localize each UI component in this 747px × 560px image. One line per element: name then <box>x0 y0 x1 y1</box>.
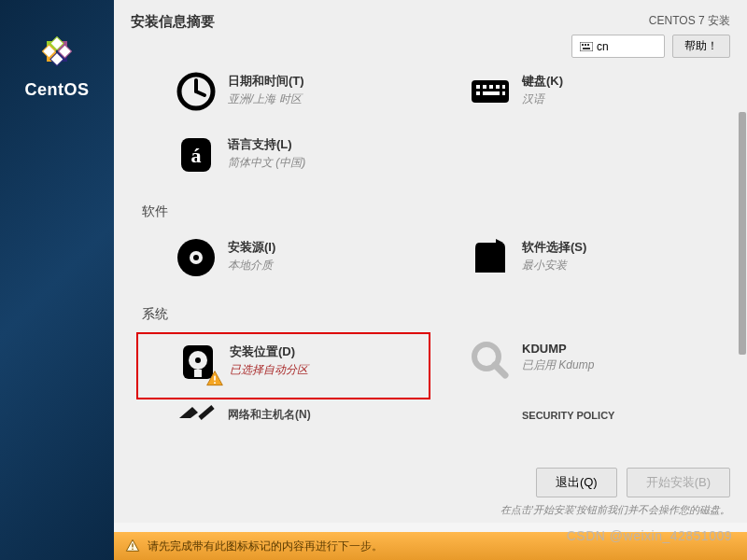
spoke-datetime[interactable]: 日期和时间(T) 亚洲/上海 时区 <box>136 63 430 127</box>
item-status: 已启用 Kdump <box>522 357 594 373</box>
spoke-language[interactable]: á 语言支持(L) 简体中文 (中国) <box>136 127 430 190</box>
disc-icon <box>174 235 218 280</box>
spoke-software-selection[interactable]: 软件选择(S) 最小安装 <box>430 230 725 293</box>
svg-text:á: á <box>191 144 202 167</box>
spoke-network-partial[interactable]: 网络和主机名(N) <box>136 399 430 423</box>
item-status: 汉语 <box>522 91 563 107</box>
warning-icon <box>125 539 140 553</box>
warning-badge-icon <box>205 370 224 388</box>
footer-hint: 在点击'开始安装'按钮前我们并不会操作您的磁盘。 <box>228 501 747 523</box>
footer: 退出(Q) 开始安装(B) 在点击'开始安装'按钮前我们并不会操作您的磁盘。 <box>228 458 747 523</box>
language-icon: á <box>174 133 218 177</box>
brand-text: CentOS <box>24 80 89 100</box>
spoke-keyboard[interactable]: 键盘(K) 汉语 <box>430 63 725 127</box>
item-title: 语言支持(L) <box>228 136 305 153</box>
begin-install-button[interactable]: 开始安装(B) <box>627 468 730 497</box>
disk-icon <box>176 340 220 385</box>
centos-logo-icon <box>34 28 80 75</box>
package-icon <box>468 235 513 280</box>
spoke-install-destination[interactable]: 安装位置(D) 已选择自动分区 <box>136 332 430 399</box>
svg-rect-21 <box>502 85 505 89</box>
svg-rect-9 <box>582 44 584 46</box>
keyboard-layout-label: cn <box>597 40 609 53</box>
content-area: 日期和时间(T) 亚洲/上海 时区 键盘(K) 汉语 á 语言支持(L) <box>114 63 747 465</box>
clock-icon <box>174 69 218 114</box>
svg-rect-33 <box>194 370 202 377</box>
kdump-icon <box>468 338 513 383</box>
svg-rect-8 <box>580 42 593 51</box>
sidebar: CentOS <box>0 0 114 560</box>
item-title: KDUMP <box>522 342 594 356</box>
item-title: 安装源(I) <box>228 239 275 256</box>
item-title: SECURITY POLICY <box>522 410 614 421</box>
svg-rect-34 <box>214 376 216 381</box>
header: 安装信息摘要 CENTOS 7 安装 cn 帮助！ <box>114 0 747 63</box>
help-button[interactable]: 帮助！ <box>672 35 730 58</box>
svg-rect-19 <box>489 85 493 89</box>
spoke-install-source[interactable]: 安装源(I) 本地介质 <box>136 230 430 293</box>
page-title: 安装信息摘要 <box>131 13 215 31</box>
item-title: 网络和主机名(N) <box>228 407 311 423</box>
item-title: 安装位置(D) <box>230 343 308 360</box>
item-title: 键盘(K) <box>522 73 563 90</box>
svg-rect-24 <box>502 91 505 95</box>
svg-rect-10 <box>585 44 586 46</box>
svg-line-37 <box>495 365 505 375</box>
svg-rect-20 <box>496 85 500 89</box>
spoke-security-partial[interactable]: SECURITY POLICY <box>430 399 725 423</box>
section-software-label: 软件 <box>142 203 725 220</box>
svg-rect-11 <box>587 44 589 46</box>
item-title: 软件选择(S) <box>522 239 586 256</box>
svg-rect-39 <box>132 549 133 550</box>
svg-rect-38 <box>132 543 133 547</box>
keyboard-mini-icon <box>580 42 593 51</box>
quit-button[interactable]: 退出(Q) <box>536 468 617 497</box>
keyboard-icon <box>468 69 513 114</box>
svg-rect-17 <box>476 85 480 89</box>
warning-bar: 请先完成带有此图标标记的内容再进行下一步。 <box>114 532 747 560</box>
item-status: 最小安装 <box>522 258 586 273</box>
item-status: 已选择自动分区 <box>230 362 308 378</box>
item-status: 本地介质 <box>228 258 275 273</box>
svg-line-15 <box>196 91 204 95</box>
item-status: 亚洲/上海 时区 <box>228 91 304 107</box>
svg-rect-22 <box>476 91 480 95</box>
section-system-label: 系统 <box>142 306 725 323</box>
svg-rect-35 <box>214 382 216 384</box>
keyboard-indicator[interactable]: cn <box>571 35 665 58</box>
svg-rect-23 <box>483 91 500 95</box>
item-status: 简体中文 (中国) <box>228 155 305 171</box>
svg-point-32 <box>195 357 201 363</box>
network-icon <box>174 405 218 422</box>
item-title: 日期和时间(T) <box>228 73 304 90</box>
svg-rect-12 <box>583 48 590 49</box>
installer-name: CENTOS 7 安装 <box>571 13 730 29</box>
main-panel: 安装信息摘要 CENTOS 7 安装 cn 帮助！ 日期和时间(T) 亚洲/上海 <box>114 0 747 523</box>
svg-rect-18 <box>483 85 486 89</box>
warning-text: 请先完成带有此图标标记的内容再进行下一步。 <box>148 539 383 554</box>
svg-point-29 <box>193 255 199 260</box>
scrollbar[interactable] <box>738 112 747 465</box>
spoke-kdump[interactable]: KDUMP 已启用 Kdump <box>430 332 725 399</box>
